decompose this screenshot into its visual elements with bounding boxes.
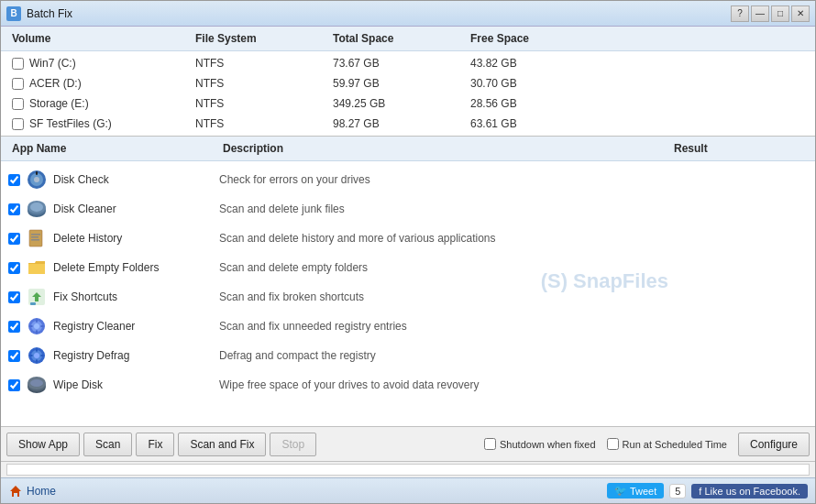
app-desc-1: Scan and delete junk files (219, 203, 670, 215)
list-item: Wipe Disk Wipe free space of your drives… (1, 370, 815, 400)
svg-point-7 (30, 203, 43, 212)
shutdown-option[interactable]: Shutdown when fixed (484, 438, 596, 450)
status-bar: Home 🐦 Tweet 5 f Like us on Facebook. (1, 477, 815, 503)
shutdown-checkbox[interactable] (484, 438, 496, 450)
vol-col-extra (604, 30, 808, 47)
tweet-button[interactable]: 🐦 Tweet (607, 483, 664, 499)
vol-checkbox-3[interactable] (12, 118, 24, 130)
svg-rect-12 (31, 239, 39, 241)
vol-name-cell: Win7 (C:) (8, 55, 192, 71)
app-checkbox-5[interactable] (8, 321, 20, 333)
list-item: Delete History Scan and delete history a… (1, 224, 815, 253)
vol-fs-1: NTFS (192, 75, 329, 92)
help-button[interactable]: ? (731, 5, 749, 22)
app-name-cell-2: Delete History (8, 227, 219, 249)
app-checkbox-0[interactable] (8, 174, 20, 186)
app-name-cell-5: Registry Cleaner (8, 315, 219, 337)
app-checkbox-4[interactable] (8, 291, 20, 303)
vol-checkbox-2[interactable] (12, 98, 24, 110)
progress-bar-area (1, 461, 815, 477)
vol-total-2: 349.25 GB (329, 95, 467, 112)
svg-rect-14 (30, 302, 36, 305)
progress-bar (6, 464, 810, 476)
svg-point-17 (34, 323, 39, 329)
app-checkbox-3[interactable] (8, 262, 20, 274)
app-checkbox-2[interactable] (8, 233, 20, 245)
vol-fs-0: NTFS (192, 55, 329, 71)
app-desc-0: Check for errors on your drives (219, 173, 670, 186)
volume-table-header: Volume File System Total Space Free Spac… (1, 27, 815, 51)
app-checkbox-7[interactable] (8, 379, 20, 391)
window-title: Batch Fix (27, 7, 731, 20)
apps-section: App Name Description Result Disk Check C… (1, 137, 815, 426)
stop-button[interactable]: Stop (270, 433, 316, 456)
facebook-button[interactable]: f Like us on Facebook. (691, 484, 808, 499)
volume-rows: Win7 (C:) NTFS 73.67 GB 43.82 GB ACER (D… (1, 51, 815, 136)
bottom-toolbar: Show App Scan Fix Scan and Fix Stop Shut… (1, 426, 815, 461)
title-bar-buttons: ? — □ ✕ (731, 5, 810, 22)
list-item: Registry Cleaner Scan and fix unneeded r… (1, 312, 815, 341)
tweet-count: 5 (669, 484, 686, 499)
app-name-cell-6: Registry Defrag (8, 345, 219, 367)
app-icon: B (6, 6, 21, 21)
home-icon (8, 484, 23, 499)
app-checkbox-1[interactable] (8, 203, 20, 215)
facebook-icon: f (699, 486, 701, 497)
table-row: Storage (E:) NTFS 349.25 GB 28.56 GB (1, 93, 815, 114)
app-desc-7: Wipe free space of your drives to avoid … (219, 378, 670, 391)
app-desc-2: Scan and delete history and more of vari… (219, 232, 670, 245)
maximize-button[interactable]: □ (771, 5, 789, 22)
app-checkbox-6[interactable] (8, 350, 20, 362)
disk-cleaner-icon (26, 198, 48, 220)
app-name-cell-0: Disk Check (8, 169, 219, 191)
scan-and-fix-button[interactable]: Scan and Fix (178, 433, 266, 456)
app-desc-6: Defrag and compact the registry (219, 349, 670, 362)
vol-fs-2: NTFS (192, 95, 329, 112)
app-col-result: Result (670, 140, 808, 157)
app-col-desc: Description (219, 140, 670, 157)
app-name-cell-1: Disk Cleaner (8, 198, 219, 220)
show-app-button[interactable]: Show App (6, 433, 80, 456)
vol-name-cell: SF TestFiles (G:) (8, 115, 192, 132)
vol-checkbox-0[interactable] (12, 58, 24, 70)
vol-total-0: 73.67 GB (329, 55, 467, 71)
vol-checkbox-1[interactable] (12, 78, 24, 90)
app-desc-5: Scan and fix unneeded registry entries (219, 320, 670, 333)
social-area: 🐦 Tweet 5 f Like us on Facebook. (607, 483, 808, 499)
main-content: Volume File System Total Space Free Spac… (1, 27, 815, 426)
vol-fs-3: NTFS (192, 115, 329, 132)
volume-section: Volume File System Total Space Free Spac… (1, 27, 815, 137)
app-name-cell-3: Delete Empty Folders (8, 257, 219, 279)
list-item: Delete Empty Folders Scan and delete emp… (1, 253, 815, 282)
table-row: ACER (D:) NTFS 59.97 GB 30.70 GB (1, 73, 815, 93)
scheduled-option[interactable]: Run at Scheduled Time (607, 438, 727, 450)
list-item: Fix Shortcuts Scan and fix broken shortc… (1, 282, 815, 312)
registry-cleaner-icon (26, 315, 48, 337)
fix-button[interactable]: Fix (136, 433, 174, 456)
close-button[interactable]: ✕ (791, 5, 810, 22)
table-row: Win7 (C:) NTFS 73.67 GB 43.82 GB (1, 53, 815, 73)
configure-button[interactable]: Configure (738, 433, 810, 456)
vol-free-2: 28.56 GB (467, 95, 604, 112)
vol-col-fs: File System (192, 30, 329, 47)
vol-total-1: 59.97 GB (329, 75, 467, 92)
registry-defrag-icon (26, 345, 48, 367)
list-item: Registry Defrag Defrag and compact the r… (1, 341, 815, 370)
apps-rows: Disk Check Check for errors on your driv… (1, 161, 815, 426)
title-bar: B Batch Fix ? — □ ✕ (1, 1, 815, 27)
list-item: Disk Check Check for errors on your driv… (1, 165, 815, 194)
vol-name-cell: ACER (D:) (8, 75, 192, 92)
vol-col-total: Total Space (329, 30, 467, 47)
scheduled-checkbox[interactable] (607, 438, 619, 450)
svg-point-2 (34, 177, 39, 182)
fix-shortcuts-icon (26, 286, 48, 308)
home-link[interactable]: Home (8, 484, 56, 499)
svg-rect-11 (31, 236, 39, 238)
vol-col-free: Free Space (467, 30, 604, 47)
vol-free-0: 43.82 GB (467, 55, 604, 71)
minimize-button[interactable]: — (751, 5, 769, 22)
svg-point-24 (30, 379, 43, 387)
scan-button[interactable]: Scan (83, 433, 132, 456)
vol-free-3: 63.61 GB (467, 115, 604, 132)
vol-total-3: 98.27 GB (329, 115, 467, 132)
